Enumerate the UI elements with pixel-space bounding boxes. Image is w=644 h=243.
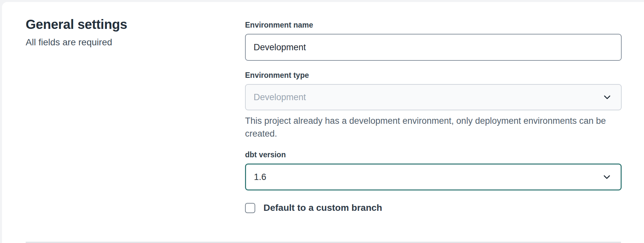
settings-card: General settings All fields are required… xyxy=(2,2,644,243)
section-divider xyxy=(26,242,621,243)
settings-content: General settings All fields are required… xyxy=(2,2,644,213)
environment-type-label: Environment type xyxy=(245,71,622,80)
environment-name-field: Environment name xyxy=(245,20,622,61)
environment-name-label: Environment name xyxy=(245,20,622,30)
dbt-version-label: dbt version xyxy=(245,150,622,159)
custom-branch-label: Default to a custom branch xyxy=(263,202,382,213)
chevron-down-icon xyxy=(602,172,612,182)
chevron-down-icon xyxy=(602,92,612,102)
custom-branch-checkbox[interactable] xyxy=(245,203,255,213)
environment-name-input[interactable] xyxy=(245,34,622,61)
environment-type-field: Environment type Development This projec… xyxy=(245,71,622,140)
section-header: General settings All fields are required xyxy=(26,15,245,213)
dbt-version-field: dbt version 1.6 xyxy=(245,150,622,190)
page-subtitle: All fields are required xyxy=(26,37,245,48)
settings-form: Environment name Environment type Develo… xyxy=(245,15,622,213)
environment-type-select: Development xyxy=(245,84,622,110)
dbt-version-select[interactable]: 1.6 xyxy=(245,164,622,190)
dbt-version-value: 1.6 xyxy=(254,172,266,182)
environment-type-help: This project already has a development e… xyxy=(245,115,622,140)
custom-branch-row[interactable]: Default to a custom branch xyxy=(245,202,622,213)
page-title: General settings xyxy=(26,16,245,32)
environment-type-value: Development xyxy=(254,92,306,102)
